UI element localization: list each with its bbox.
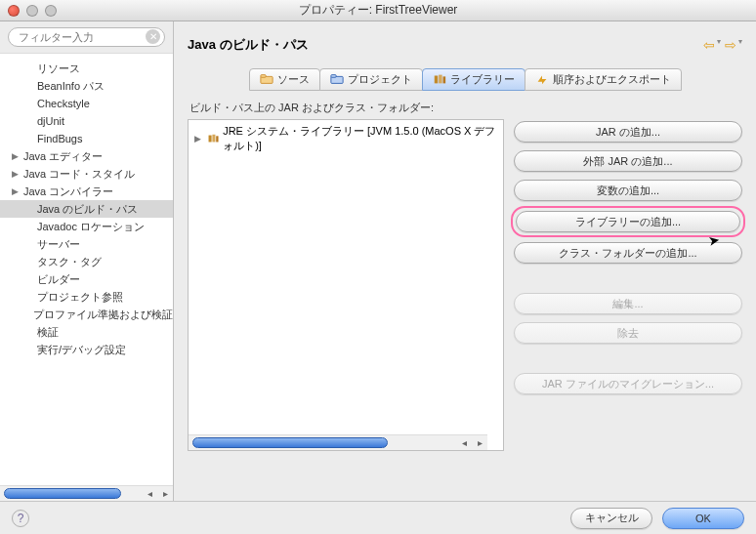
main-panel: Java のビルド・パス ⇦▾ ⇨▾ ソースプロジェクトライブラリー順序およびエ… [174,21,756,501]
filter-wrap: ✕ [0,21,173,54]
clear-icon[interactable]: ✕ [146,29,160,44]
scroll-left-icon[interactable]: ◂ [456,435,472,451]
sidebar-item-label: 実行/デバッグ設定 [37,343,126,357]
svg-rect-3 [331,74,336,77]
sidebar-item[interactable]: ▶Java コード・スタイル [0,165,173,183]
svg-rect-6 [443,76,446,83]
sidebar-item[interactable]: djUnit [0,112,173,130]
library-icon [207,133,219,144]
sidebar: ✕ リソースBeanInfo パスCheckstyledjUnitFindBug… [0,21,174,501]
sidebar-item[interactable]: BeanInfo パス [0,77,173,95]
tab[interactable]: ライブラリー [422,68,525,91]
scroll-right-icon[interactable]: ▸ [157,486,173,502]
svg-rect-7 [208,135,211,142]
sidebar-item-label: Java エディター [23,149,103,164]
sidebar-item-label: FindBugs [37,133,82,144]
sidebar-item-label: リソース [37,62,80,76]
add-library-button[interactable]: ライブラリーの追加... [516,211,740,232]
tab-icon [433,73,446,87]
tab[interactable]: 順序およびエクスポート [525,68,682,91]
tab[interactable]: ソース [249,68,320,91]
tab-icon [260,73,273,87]
sidebar-item-label: Java のビルド・パス [37,202,138,217]
tab-label: ライブラリー [450,72,515,87]
titlebar: プロパティー: FirstTreeViewer [0,0,756,21]
history-nav: ⇦▾ ⇨▾ [703,37,742,53]
tab-label: ソース [277,72,310,87]
sidebar-item-label: サーバー [37,237,80,252]
sidebar-item[interactable]: 実行/デバッグ設定 [0,341,173,358]
disclosure-icon[interactable]: ▶ [12,151,21,161]
filter-input[interactable] [8,27,165,47]
library-list[interactable]: ▶JRE システム・ライブラリー [JVM 1.5.0 (MacOS X デフォ… [188,119,504,451]
sidebar-item-label: Java コンパイラー [23,185,113,199]
sidebar-item-label: Checkstyle [37,98,90,109]
scroll-right-icon[interactable]: ▸ [472,435,487,451]
sidebar-item[interactable]: Java のビルド・パス [0,200,173,218]
sidebar-item-label: Javadoc ロケーション [37,220,145,234]
sidebar-item[interactable]: ▶Java エディター [0,147,173,165]
sidebar-item[interactable]: ▶Java コンパイラー [0,183,173,200]
disclosure-icon[interactable]: ▶ [12,186,21,196]
footer: ? キャンセル OK [0,501,756,534]
category-tree[interactable]: リソースBeanInfo パスCheckstyledjUnitFindBugs▶… [0,54,173,485]
scrollbar-thumb[interactable] [4,488,121,499]
help-icon[interactable]: ? [12,510,29,527]
window-title: プロパティー: FirstTreeViewer [0,2,756,19]
back-menu-icon[interactable]: ▾ [717,37,721,53]
sidebar-item-label: プロファイル準拠および検証 [33,308,173,322]
sidebar-item[interactable]: ビルダー [0,270,173,288]
library-label: JRE システム・ライブラリー [JVM 1.5.0 (MacOS X デフォル… [223,124,497,153]
cancel-button[interactable]: キャンセル [570,508,652,529]
remove-button: 除去 [514,322,742,344]
svg-rect-5 [439,74,442,83]
sidebar-item[interactable]: タスク・タグ [0,253,173,270]
sidebar-item-label: ビルダー [37,272,80,287]
sidebar-item[interactable]: プロファイル準拠および検証 [0,306,173,323]
scroll-left-icon[interactable]: ◂ [142,486,157,502]
scrollbar-thumb[interactable] [192,437,388,448]
highlight-annotation: ライブラリーの追加... [511,206,745,237]
svg-rect-8 [212,135,215,143]
forward-menu-icon[interactable]: ▾ [738,37,742,53]
add-class-folder-button[interactable]: クラス・フォルダーの追加... [514,242,742,264]
sidebar-item-label: djUnit [37,115,64,127]
sidebar-item[interactable]: FindBugs [0,130,173,147]
sidebar-item[interactable]: Checkstyle [0,95,173,112]
button-column: JAR の追加... 外部 JAR の追加... 変数の追加... ライブラリー… [514,119,742,394]
sidebar-item[interactable]: リソース [0,60,173,77]
sidebar-item[interactable]: プロジェクト参照 [0,288,173,306]
edit-button: 編集... [514,293,742,314]
forward-icon[interactable]: ⇨ [725,37,736,53]
sidebar-item[interactable]: サーバー [0,235,173,253]
sidebar-item-label: 検証 [37,325,59,340]
section-label: ビルド・パス上の JAR およびクラス・フォルダー: [189,101,756,115]
library-entry[interactable]: ▶JRE システム・ライブラリー [JVM 1.5.0 (MacOS X デフォ… [189,120,503,157]
disclosure-icon[interactable]: ▶ [12,169,21,179]
sidebar-item-label: タスク・タグ [37,255,102,269]
disclosure-icon[interactable]: ▶ [194,134,203,144]
svg-rect-9 [216,136,218,142]
add-jar-button[interactable]: JAR の追加... [514,121,742,143]
tab-icon [535,73,549,87]
page-title: Java のビルド・パス [188,36,309,54]
sidebar-item-label: プロジェクト参照 [37,290,123,305]
back-icon[interactable]: ⇦ [703,37,715,53]
sidebar-item-label: Java コード・スタイル [23,167,135,182]
add-variable-button[interactable]: 変数の追加... [514,180,742,201]
svg-rect-1 [261,74,266,77]
tab-icon [330,73,344,87]
add-external-jar-button[interactable]: 外部 JAR の追加... [514,150,742,172]
sidebar-item[interactable]: Javadoc ロケーション [0,218,173,235]
sidebar-item-label: BeanInfo パス [37,79,105,94]
sidebar-item[interactable]: 検証 [0,323,173,341]
tab-label: プロジェクト [348,72,412,87]
tab-label: 順序およびエクスポート [553,72,671,87]
tab-bar: ソースプロジェクトライブラリー順序およびエクスポート [188,68,742,91]
migrate-jar-button: JAR ファイルのマイグレーション... [514,373,742,394]
sidebar-scrollbar[interactable]: ◂ ▸ [0,485,173,501]
tab[interactable]: プロジェクト [319,68,423,91]
ok-button[interactable]: OK [662,508,744,529]
list-scrollbar[interactable]: ◂ ▸ [189,434,487,450]
svg-rect-4 [435,75,439,83]
